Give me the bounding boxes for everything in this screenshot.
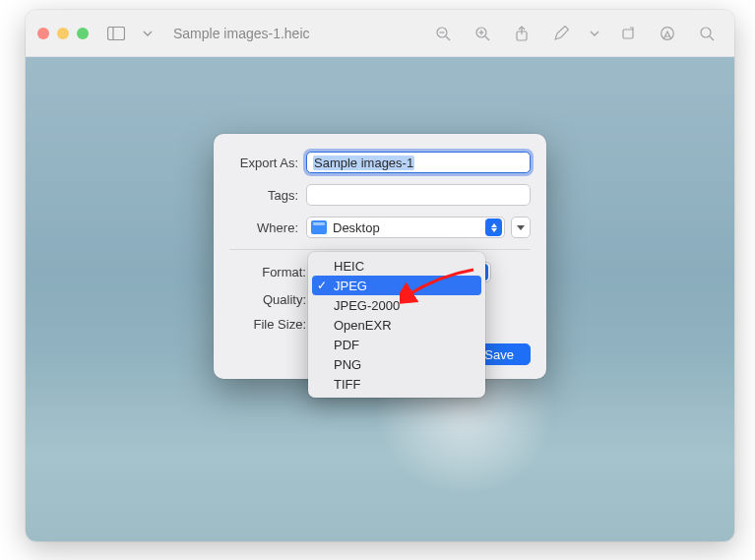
svg-point-12 [661,27,674,39]
export-as-value: Sample images-1 [313,156,414,170]
format-option-tiff[interactable]: TIFF [312,374,481,394]
close-window-button[interactable] [37,28,49,39]
svg-rect-11 [623,30,633,38]
chevron-down-icon[interactable] [136,22,159,45]
search-icon[interactable] [695,22,719,45]
window-title: Sample images-1.heic [173,26,423,41]
export-sheet: Export As: Sample images-1 Tags: Where: … [214,134,546,379]
svg-line-6 [485,36,489,40]
rotate-icon[interactable] [616,22,640,45]
export-as-field[interactable]: Sample images-1 [306,152,531,173]
sidebar-toggle-icon[interactable] [104,22,128,45]
where-label: Where: [229,220,306,235]
format-option-openexr[interactable]: OpenEXR [312,315,481,335]
titlebar: Sample images-1.heic [26,10,734,57]
export-as-label: Export As: [229,156,306,170]
where-popup[interactable]: Desktop [306,217,505,238]
format-option-jpeg-label: JPEG [334,279,367,293]
expand-save-dialog-button[interactable] [511,217,531,238]
sheet-divider [229,249,531,250]
where-row: Where: Desktop [229,217,531,238]
format-option-jpeg-2000[interactable]: JPEG-2000 [312,295,481,315]
format-option-png[interactable]: PNG [312,354,481,374]
svg-rect-0 [108,27,125,39]
tags-label: Tags: [229,188,306,203]
format-dropdown-menu: HEIC ✓ JPEG JPEG-2000 OpenEXR PDF PNG TI… [308,252,485,398]
zoom-in-icon[interactable] [471,22,494,45]
zoom-out-icon[interactable] [431,22,455,45]
export-as-row: Export As: Sample images-1 [229,152,531,173]
format-option-heic[interactable]: HEIC [312,256,481,276]
tags-row: Tags: [229,184,531,206]
format-option-pdf[interactable]: PDF [312,335,481,354]
traffic-lights [37,28,89,39]
format-label: Format: [229,265,314,280]
format-option-jpeg[interactable]: ✓ JPEG [312,276,481,295]
svg-line-3 [446,36,450,40]
chevron-down-icon[interactable] [589,22,600,45]
preview-window: Sample images-1.heic [26,10,734,541]
toolbar-right [431,22,723,45]
minimize-window-button[interactable] [57,28,69,39]
folder-icon [311,220,327,234]
tags-field[interactable] [306,184,531,206]
quality-label: Quality: [229,292,314,307]
share-icon[interactable] [510,22,534,45]
file-size-label: File Size: [229,317,314,332]
info-icon[interactable] [656,22,679,45]
where-value: Desktop [333,220,380,235]
svg-line-14 [710,36,714,40]
markup-icon[interactable] [549,22,573,45]
fullscreen-window-button[interactable] [77,28,89,39]
popup-stepper-icon [485,218,502,236]
svg-point-13 [701,28,711,37]
chevron-down-icon [517,225,525,230]
checkmark-icon: ✓ [317,279,327,292]
